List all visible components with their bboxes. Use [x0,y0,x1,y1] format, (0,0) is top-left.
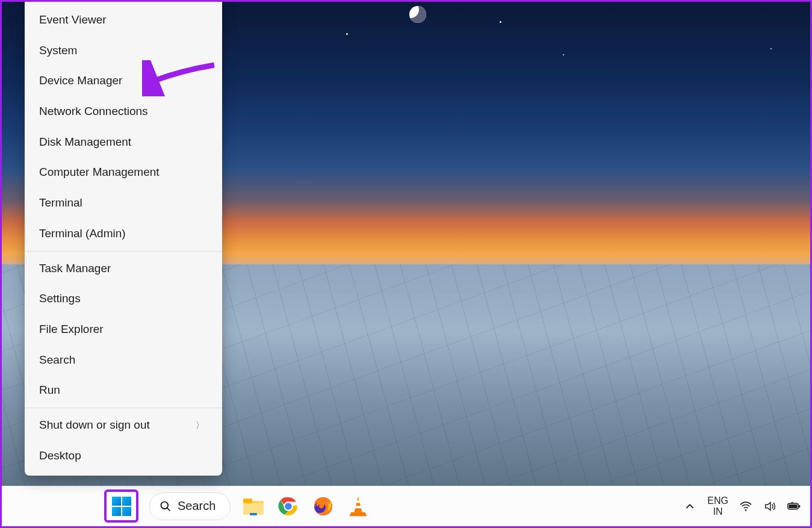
language-indicator[interactable]: ENG IN [707,495,728,517]
menu-item-task-manager[interactable]: Task Manager [25,253,222,284]
svg-point-0 [161,502,169,509]
menu-item-search[interactable]: Search [25,345,222,376]
menu-item-shutdown[interactable]: Shut down or sign out 〉 [25,410,222,441]
menu-item-desktop[interactable]: Desktop [25,441,222,471]
start-button[interactable] [104,489,138,523]
menu-item-settings[interactable]: Settings [25,284,222,314]
taskbar-chrome[interactable] [276,494,300,518]
svg-rect-3 [243,498,252,503]
winx-context-menu: Event Viewer System Device Manager Netwo… [25,2,222,476]
svg-rect-15 [799,505,800,508]
menu-item-terminal-admin[interactable]: Terminal (Admin) [25,219,222,249]
menu-item-system[interactable]: System [25,36,222,66]
menu-item-file-explorer[interactable]: File Explorer [25,314,222,345]
firefox-icon [312,495,334,517]
menu-item-run[interactable]: Run [25,375,222,406]
search-icon [160,500,172,512]
search-label: Search [178,499,215,513]
wifi-icon[interactable] [739,500,752,513]
system-tray: ENG IN [683,495,801,517]
battery-icon[interactable] [787,500,801,513]
svg-rect-5 [250,513,257,515]
menu-item-device-manager[interactable]: Device Manager [25,66,222,96]
menu-item-disk-management[interactable]: Disk Management [25,127,222,158]
taskbar: Search ENG IN [2,486,810,526]
chevron-right-icon: 〉 [196,420,204,430]
vlc-cone-icon [348,495,368,517]
menu-separator [25,251,222,252]
menu-item-event-viewer[interactable]: Event Viewer [25,5,222,36]
taskbar-file-explorer[interactable] [241,494,265,518]
menu-item-computer-management[interactable]: Computer Management [25,157,222,188]
svg-line-1 [167,508,170,511]
svg-rect-10 [356,500,361,503]
windows-logo-icon [112,497,131,516]
menu-item-terminal[interactable]: Terminal [25,188,222,219]
svg-point-12 [745,509,747,511]
taskbar-firefox[interactable] [311,494,335,518]
moon-icon [409,6,426,23]
folder-icon [243,497,264,515]
taskbar-vlc[interactable] [346,494,370,518]
svg-rect-11 [355,506,362,508]
tray-overflow-chevron-icon[interactable] [683,500,696,513]
menu-separator [25,408,222,408]
volume-icon[interactable] [763,500,776,513]
chrome-icon [277,495,299,517]
menu-item-network-connections[interactable]: Network Connections [25,96,222,127]
taskbar-search[interactable]: Search [149,492,231,520]
svg-rect-14 [789,504,797,508]
